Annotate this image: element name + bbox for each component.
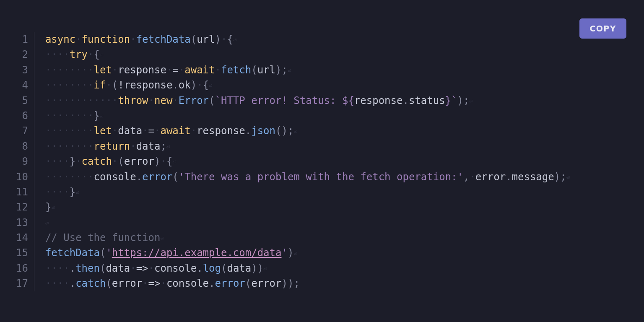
whitespace-indicator: ········ [45, 125, 94, 137]
line-number: 3 [16, 62, 28, 78]
line-number: 6 [16, 108, 28, 123]
line-number: 15 [16, 245, 28, 260]
token-pn: ( [100, 247, 106, 259]
linefeed-indicator: ⏎ [263, 265, 267, 272]
token-pn: ( [251, 64, 257, 76]
token-pn: ) [251, 262, 257, 274]
token-pn: . [197, 262, 203, 274]
token-id: url [197, 34, 215, 45]
code-line: // Use the function⏎ [45, 230, 570, 245]
token-pn: } [70, 156, 75, 167]
token-kw: throw [118, 95, 148, 106]
token-pn: . [402, 95, 408, 106]
token-pn: . [136, 171, 142, 183]
token-id: status [409, 95, 445, 106]
code-content[interactable]: async·function·fetchData(url)·{⏎····try·… [45, 32, 570, 291]
token-ws: · [112, 64, 118, 76]
linefeed-indicator: ⏎ [166, 143, 170, 150]
token-pn: } [94, 110, 100, 122]
token-pn: . [70, 262, 75, 274]
token-pn: ) [154, 156, 160, 167]
token-id: error [251, 278, 281, 289]
code-line: ⏎ [45, 215, 570, 230]
token-fn: then [75, 262, 100, 274]
token-pn: ) [281, 278, 287, 289]
token-pn: ) [288, 278, 293, 289]
code-line: ····.catch(error·=>·console.error(error)… [45, 276, 570, 291]
token-id: response [354, 95, 403, 106]
token-pn: . [245, 125, 251, 137]
line-number: 14 [16, 230, 28, 245]
linefeed-indicator: ⏎ [45, 220, 49, 226]
line-number: 7 [16, 123, 28, 138]
token-ws: · [112, 156, 118, 167]
token-kw: function [82, 34, 130, 45]
token-kw: let [94, 64, 112, 76]
token-pn: ( [106, 278, 112, 289]
token-pn: ) [191, 79, 197, 91]
token-ws: · [130, 34, 136, 45]
token-id: ok [179, 79, 191, 91]
token-fn: fetchData [45, 247, 100, 259]
token-pn: ( [275, 125, 281, 137]
token-pn: . [172, 79, 178, 91]
code-line: ····.then(data·=>·console.log(data))⏎ [45, 261, 570, 276]
token-pn: ) [288, 247, 293, 259]
token-ws: · [154, 125, 160, 137]
code-line: ····}⏎ [45, 184, 570, 200]
token-id: response [197, 125, 245, 137]
token-fn: error [142, 171, 172, 183]
line-number: 17 [16, 276, 28, 291]
linefeed-indicator: ⏎ [293, 250, 297, 257]
token-id: message [512, 171, 554, 183]
token-kw: if [94, 79, 106, 91]
token-ws: · [75, 156, 81, 167]
token-pn: ) [275, 64, 281, 76]
token-ws: · [130, 140, 136, 152]
token-pn: ( [221, 262, 227, 274]
token-pn: ; [293, 278, 299, 289]
token-ws: · [148, 262, 154, 274]
token-op: => [148, 278, 161, 289]
token-id: response [124, 79, 173, 91]
token-pn: ( [191, 34, 197, 45]
token-pn: ) [457, 95, 463, 106]
token-pn: { [94, 49, 100, 60]
copy-button[interactable]: COPY [579, 18, 626, 39]
line-number: 9 [16, 154, 28, 169]
token-id: error [475, 171, 506, 183]
code-line: ········let·response·=·await·fetch(url);… [45, 62, 570, 78]
token-pn: ) [257, 262, 263, 274]
code-line: ········}⏎ [45, 108, 570, 123]
line-number-gutter: 1234567891011121314151617 [16, 32, 34, 291]
token-pn: . [70, 278, 75, 289]
code-editor: 1234567891011121314151617 async·function… [0, 0, 644, 291]
token-id: error [112, 278, 142, 289]
token-kw: let [94, 125, 112, 137]
token-pn: ( [112, 79, 118, 91]
line-number: 5 [16, 93, 28, 108]
token-ws: · [130, 262, 136, 274]
token-fn: json [251, 125, 275, 137]
token-ws: · [160, 278, 166, 289]
line-number: 13 [16, 215, 28, 230]
token-id: console [94, 171, 136, 183]
line-number: 2 [16, 47, 28, 62]
token-pn: ) [554, 171, 560, 183]
code-line: ········if·(!response.ok)·{⏎ [45, 78, 570, 93]
token-id: url [257, 64, 275, 76]
token-pn: { [166, 156, 172, 167]
token-op: = [148, 125, 154, 137]
token-pn: ; [281, 64, 287, 76]
code-line: fetchData('https://api.example.com/data'… [45, 245, 570, 260]
line-number: 1 [16, 32, 28, 47]
token-st: `HTTP error! Status: ${ [215, 95, 354, 106]
linefeed-indicator: ⏎ [100, 52, 103, 58]
line-number: 11 [16, 184, 28, 200]
token-kw: await [160, 125, 190, 137]
linefeed-indicator: ⏎ [160, 235, 164, 242]
token-pn: } [70, 186, 75, 198]
token-id: error [124, 156, 154, 167]
code-line: ····try·{⏎ [45, 47, 570, 62]
token-ws: · [179, 64, 184, 76]
